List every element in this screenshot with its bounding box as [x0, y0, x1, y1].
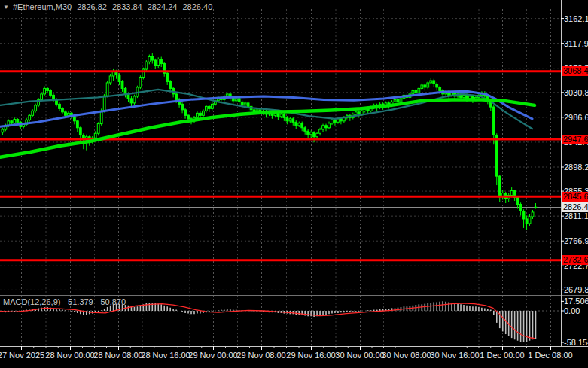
candlestick [286, 117, 288, 120]
candlestick [35, 105, 37, 111]
candlestick [498, 176, 501, 197]
candlestick [100, 111, 102, 123]
candlestick [241, 102, 243, 105]
price-tick-label: 2766.90 [564, 236, 588, 245]
candlestick [412, 90, 414, 93]
candlestick [430, 81, 432, 83]
candlestick [181, 104, 184, 109]
candlestick [208, 106, 210, 108]
price-chart-pane[interactable] [0, 0, 561, 295]
candlestick [175, 94, 178, 99]
symbol-dropdown-icon[interactable]: ▼ [3, 4, 9, 11]
candlestick [510, 191, 513, 196]
candlestick [495, 135, 498, 177]
candlestick [322, 126, 324, 129]
candlestick [292, 119, 294, 122]
candlestick [334, 120, 337, 122]
candlestick [17, 120, 19, 123]
macd-tick-label: 17.506 [564, 297, 588, 306]
candlestick [355, 112, 357, 114]
candlestick [130, 99, 133, 103]
candlestick [298, 123, 300, 126]
candlestick [133, 96, 136, 103]
candlestick [310, 132, 312, 135]
price-tick-label: 3162.10 [564, 14, 588, 23]
candlestick [118, 75, 120, 81]
candlestick [62, 108, 64, 111]
candlestick [145, 62, 148, 69]
candlestick [516, 198, 519, 205]
candlestick [424, 85, 426, 87]
candlestick [97, 124, 99, 134]
candlestick [415, 90, 417, 93]
ohlc-high: 2833.84 [112, 2, 142, 11]
candlestick [65, 112, 67, 115]
candlestick [157, 59, 160, 66]
price-tick-label: 2811.10 [564, 211, 588, 220]
macd-indicator-label: MACD(12,26,9)-51.379-50.870 [3, 297, 126, 306]
candlestick [59, 104, 61, 108]
candlestick [301, 123, 303, 128]
candlestick [50, 90, 52, 95]
symbol-name: #Ethereum,M30 [13, 2, 72, 11]
candlestick [184, 110, 187, 115]
candlestick [325, 126, 328, 128]
candlestick [337, 119, 340, 122]
candlestick [436, 84, 438, 87]
candlestick [358, 112, 360, 114]
candlestick [277, 113, 279, 116]
candlestick [280, 114, 282, 117]
candlestick [319, 129, 321, 133]
candlestick [124, 88, 126, 93]
candlestick [47, 88, 49, 90]
candlestick [526, 219, 528, 224]
price-tick-label: 2679.80 [564, 285, 588, 294]
candlestick [244, 103, 246, 105]
candlestick [76, 121, 78, 128]
candlestick [109, 76, 111, 83]
candlestick [361, 111, 363, 114]
candlestick [492, 107, 495, 135]
macd-signal-value: -50.870 [98, 297, 126, 306]
level-price-badge: 2947.65 [562, 135, 588, 144]
candlestick [203, 111, 205, 115]
candlestick [53, 95, 55, 99]
candlestick [73, 117, 75, 121]
candlestick [106, 83, 108, 96]
candlestick [211, 104, 213, 108]
candlestick [307, 131, 309, 134]
candlestick [304, 128, 306, 131]
candlestick [394, 99, 396, 102]
candlestick [169, 81, 172, 88]
candlestick [94, 133, 96, 138]
candlestick [166, 73, 169, 81]
candlestick [11, 121, 13, 123]
candlestick [418, 88, 420, 93]
candlestick [313, 132, 315, 137]
candlestick [154, 60, 157, 65]
candlestick [519, 205, 522, 211]
candlestick [397, 99, 399, 102]
macd-tick-label: -58.154 [564, 338, 588, 347]
price-tick-label: 3030.80 [564, 88, 588, 97]
candlestick [197, 113, 199, 117]
candlestick [238, 99, 240, 102]
candlestick [41, 94, 43, 99]
ohlc-open: 2826.82 [77, 2, 107, 11]
candlestick [421, 85, 423, 88]
candlestick [160, 59, 163, 64]
candlestick [226, 94, 228, 96]
level-price-badge: 2845.66 [562, 192, 588, 202]
macd-name: MACD(12,26,9) [3, 297, 60, 306]
candlestick [235, 99, 237, 101]
chart-ohlc-header: ▼#Ethereum,M302826.822833.842824.242826.… [3, 2, 212, 11]
mt4-chart-window: ▼#Ethereum,M302826.822833.842824.242826.… [0, 0, 588, 368]
candlestick [316, 133, 318, 136]
candlestick [427, 83, 429, 87]
candlestick [463, 95, 465, 97]
time-axis-label: 1 Dec 08:00 [522, 351, 579, 360]
candlestick [68, 113, 70, 115]
candlestick [331, 120, 334, 123]
chart-canvas [0, 0, 588, 368]
candlestick [2, 129, 4, 132]
